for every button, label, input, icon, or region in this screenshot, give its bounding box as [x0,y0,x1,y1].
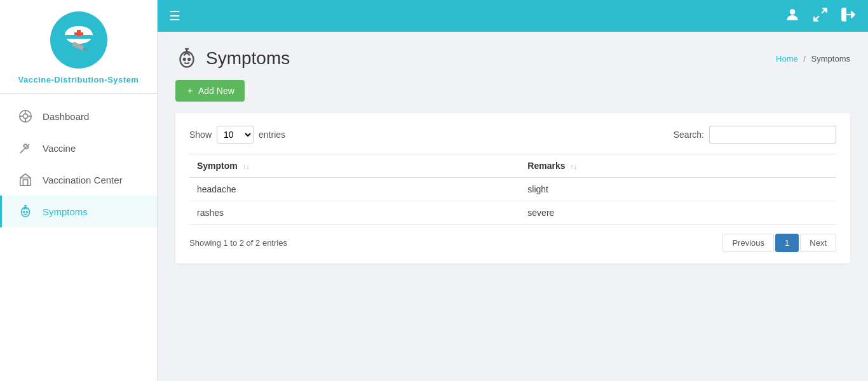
sidebar-logo: Vaccine-Distribution-System [0,0,157,94]
vaccine-icon [17,140,34,156]
entries-label: entries [259,130,285,140]
entries-select[interactable]: 10 25 50 100 [217,126,254,144]
sidebar: Vaccine-Distribution-System Dashboard [0,0,158,381]
breadcrumb-current: Symptoms [811,54,850,64]
sidebar-item-vaccination-center[interactable]: Vaccination Center [0,164,157,196]
sidebar-item-vaccine-label: Vaccine [43,143,76,154]
dashboard-icon [17,108,34,124]
page-header: Symptoms Home / Symptoms [175,47,850,70]
sidebar-item-symptoms[interactable]: Symptoms [0,196,157,227]
add-icon: ＋ [186,85,194,97]
svg-point-28 [188,58,190,60]
next-button[interactable]: Next [800,234,836,252]
topbar: ☰ [158,0,868,32]
col-symptom[interactable]: Symptom ↑↓ [189,154,520,178]
table-footer: Showing 1 to 2 of 2 entries Previous 1 N… [189,234,836,252]
prev-button[interactable]: Previous [722,234,774,252]
sidebar-item-vaccination-center-label: Vaccination Center [43,175,123,185]
page-title-row: Symptoms [175,47,290,70]
page-1-button[interactable]: 1 [775,234,799,252]
sidebar-item-dashboard-label: Dashboard [43,111,89,122]
search-box: Search: [674,126,836,144]
symptoms-table: Symptom ↑↓ Remarks ↑↓ headache slight ra… [189,154,836,225]
cell-symptom: rashes [189,201,520,225]
user-icon[interactable] [784,6,801,26]
sidebar-item-dashboard[interactable]: Dashboard [0,100,157,132]
svg-point-17 [22,208,30,217]
breadcrumb-separator: / [803,54,806,64]
breadcrumb: Home / Symptoms [776,54,850,64]
logout-icon[interactable] [840,6,857,26]
cell-remarks: severe [520,201,836,225]
sidebar-item-vaccine[interactable]: Vaccine [0,132,157,164]
logo-circle [50,11,107,69]
svg-point-19 [26,211,27,213]
content-area: Symptoms Home / Symptoms ＋ Add New Show … [158,32,868,381]
add-new-label: Add New [198,86,234,96]
svg-point-26 [180,52,194,67]
showing-text: Showing 1 to 2 of 2 entries [189,238,287,248]
cell-remarks: slight [520,178,836,201]
table-row: headache slight [189,178,836,201]
sort-icon-remarks: ↑↓ [570,163,577,170]
table-row: rashes severe [189,201,836,225]
col-remarks[interactable]: Remarks ↑↓ [520,154,836,178]
page-title: Symptoms [206,48,290,69]
table-card: Show 10 25 50 100 entries Search: [175,113,850,264]
add-new-button[interactable]: ＋ Add New [175,80,245,102]
table-body: headache slight rashes severe [189,178,836,225]
search-label: Search: [674,130,704,140]
main-area: ☰ [158,0,868,381]
svg-point-8 [23,114,27,118]
svg-rect-16 [20,178,31,185]
pagination: Previous 1 Next [722,234,836,252]
vaccination-center-icon [17,171,34,188]
breadcrumb-home[interactable]: Home [776,54,798,64]
svg-rect-3 [74,32,83,35]
svg-point-27 [184,58,186,60]
show-entries: Show 10 25 50 100 entries [189,126,285,144]
topbar-left: ☰ [169,8,180,23]
svg-line-15 [20,151,23,154]
topbar-right [784,6,857,26]
sidebar-nav: Dashboard Vaccine Vaccinatio [0,94,157,227]
sort-icon-symptom: ↑↓ [243,163,250,170]
logo-text: Vaccine-Distribution-System [18,75,139,84]
cell-symptom: headache [189,178,520,201]
search-input[interactable] [709,126,836,144]
sidebar-item-symptoms-label: Symptoms [43,206,88,217]
svg-rect-14 [24,144,29,149]
page-symptoms-icon [175,47,198,70]
menu-icon[interactable]: ☰ [169,8,180,23]
svg-line-6 [84,48,88,51]
symptoms-icon [17,203,34,220]
svg-point-22 [790,9,796,15]
svg-point-18 [24,211,25,213]
expand-icon[interactable] [812,6,829,26]
table-header-row: Symptom ↑↓ Remarks ↑↓ [189,154,836,178]
table-controls: Show 10 25 50 100 entries Search: [189,126,836,144]
show-label: Show [189,130,212,140]
